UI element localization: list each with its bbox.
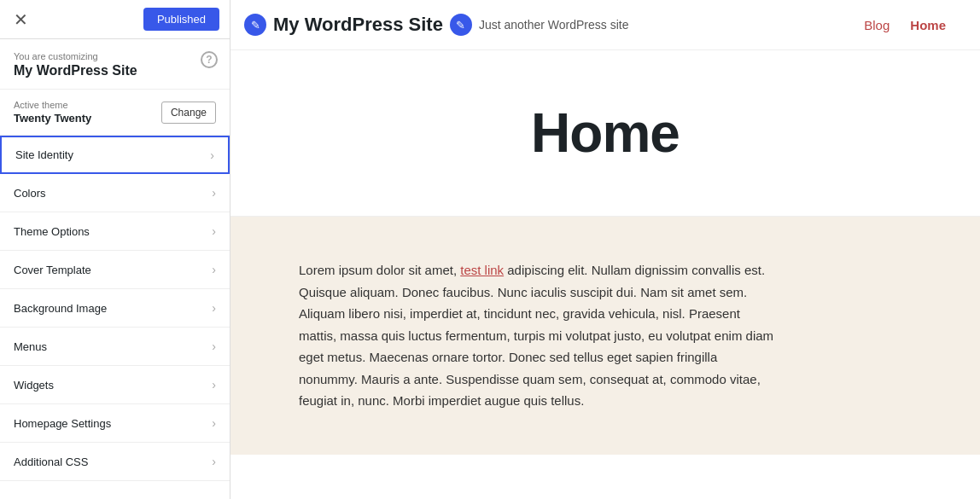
menu-item-colors[interactable]: Colors› xyxy=(0,174,230,212)
nav-link-home[interactable]: Home xyxy=(910,18,946,32)
preview-area: ✎ My WordPress Site ✎ Just another WordP… xyxy=(230,0,980,499)
home-page-title: Home xyxy=(265,102,946,165)
chevron-right-icon: › xyxy=(212,301,216,315)
close-icon: ✕ xyxy=(14,10,28,29)
menu-item-label-colors: Colors xyxy=(14,187,46,200)
menu-item-label-site-identity: Site Identity xyxy=(15,148,73,161)
body-text: Lorem ipsum dolor sit amet, test link ad… xyxy=(299,259,777,412)
sidebar: ✕ Published You are customizing My WordP… xyxy=(0,0,230,499)
menu-item-label-cover-template: Cover Template xyxy=(14,264,91,276)
menu-item-label-theme-options: Theme Options xyxy=(14,225,90,238)
menu-item-label-additional-css: Additional CSS xyxy=(14,455,88,468)
menu-item-label-background-image: Background Image xyxy=(14,302,107,315)
menu-item-menus[interactable]: Menus› xyxy=(0,328,230,366)
chevron-right-icon: › xyxy=(212,378,216,392)
wp-site-title: My WordPress Site xyxy=(273,14,443,36)
chevron-right-icon: › xyxy=(212,186,216,200)
active-theme-info: Active theme Twenty Twenty xyxy=(14,100,91,125)
chevron-right-icon: › xyxy=(212,224,216,238)
menu-item-theme-options[interactable]: Theme Options› xyxy=(0,212,230,251)
nav-link-blog[interactable]: Blog xyxy=(864,18,890,32)
home-title-section: Home xyxy=(230,50,980,217)
chevron-right-icon: › xyxy=(212,339,216,353)
menu-item-additional-css[interactable]: Additional CSS› xyxy=(0,443,230,481)
active-theme-label: Active theme xyxy=(14,100,91,110)
chevron-right-icon: › xyxy=(212,263,216,276)
menu-item-cover-template[interactable]: Cover Template› xyxy=(0,251,230,289)
customizing-label: You are customizing xyxy=(14,51,216,61)
site-name-heading: My WordPress Site xyxy=(14,63,216,78)
menu-item-label-widgets: Widgets xyxy=(14,379,54,392)
wp-header: ✎ My WordPress Site ✎ Just another WordP… xyxy=(230,0,980,50)
chevron-right-icon: › xyxy=(212,416,216,430)
active-theme-section: Active theme Twenty Twenty Change xyxy=(0,90,230,136)
top-bar: ✕ Published xyxy=(0,0,230,39)
edit-site-title-icon[interactable]: ✎ xyxy=(244,14,266,36)
edit-tagline-icon[interactable]: ✎ xyxy=(450,14,472,36)
menu-item-homepage-settings[interactable]: Homepage Settings› xyxy=(0,404,230,443)
menu-item-widgets[interactable]: Widgets› xyxy=(0,366,230,404)
menu-items-container: Site Identity›Colors›Theme Options›Cover… xyxy=(0,136,230,481)
theme-name: Twenty Twenty xyxy=(14,112,91,125)
customizer-info: You are customizing My WordPress Site ? xyxy=(0,39,230,90)
chevron-right-icon: › xyxy=(210,148,214,162)
test-link[interactable]: test link xyxy=(460,263,504,277)
content-section: Lorem ipsum dolor sit amet, test link ad… xyxy=(230,217,980,455)
close-button[interactable]: ✕ xyxy=(10,6,32,33)
menu-item-label-homepage-settings: Homepage Settings xyxy=(14,417,111,430)
menu-item-label-menus: Menus xyxy=(14,340,47,353)
menu-item-site-identity[interactable]: Site Identity› xyxy=(0,136,230,174)
chevron-right-icon: › xyxy=(212,455,216,468)
wp-header-left: ✎ My WordPress Site ✎ Just another WordP… xyxy=(244,14,629,36)
wp-tagline: Just another WordPress site xyxy=(479,18,629,32)
published-button[interactable]: Published xyxy=(143,8,219,31)
menu-item-background-image[interactable]: Background Image› xyxy=(0,289,230,328)
change-theme-button[interactable]: Change xyxy=(161,102,216,124)
wp-nav: BlogHome xyxy=(864,18,946,32)
help-icon[interactable]: ? xyxy=(201,51,218,68)
